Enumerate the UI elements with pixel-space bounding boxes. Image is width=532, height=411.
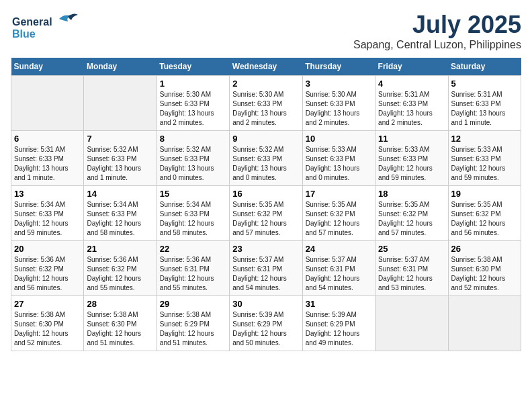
calendar-cell: 28Sunrise: 5:38 AMSunset: 6:30 PMDayligh… [84,296,157,351]
day-info: Sunrise: 5:35 AMSunset: 6:32 PMDaylight:… [451,200,518,238]
calendar-cell: 23Sunrise: 5:37 AMSunset: 6:31 PMDayligh… [230,241,302,296]
day-info: Sunrise: 5:34 AMSunset: 6:33 PMDaylight:… [14,200,81,238]
day-number: 17 [306,189,372,199]
day-number: 10 [306,134,372,144]
day-number: 19 [451,189,518,199]
calendar-cell: 26Sunrise: 5:38 AMSunset: 6:30 PMDayligh… [448,241,521,296]
calendar-cell: 15Sunrise: 5:34 AMSunset: 6:33 PMDayligh… [157,186,229,241]
logo-svg: General Blue [11,11,78,44]
calendar-cell [448,296,521,351]
day-number: 13 [14,189,81,199]
calendar-cell: 4Sunrise: 5:31 AMSunset: 6:33 PMDaylight… [375,76,448,131]
calendar-cell [84,76,157,131]
day-info: Sunrise: 5:38 AMSunset: 6:30 PMDaylight:… [87,310,153,348]
day-number: 25 [378,244,445,254]
day-info: Sunrise: 5:32 AMSunset: 6:33 PMDaylight:… [87,145,153,183]
day-number: 4 [378,79,445,89]
calendar-cell: 22Sunrise: 5:36 AMSunset: 6:31 PMDayligh… [157,241,229,296]
calendar-week-3: 13Sunrise: 5:34 AMSunset: 6:33 PMDayligh… [11,186,521,241]
day-number: 6 [14,134,81,144]
day-info: Sunrise: 5:37 AMSunset: 6:31 PMDaylight:… [378,255,445,293]
calendar-week-2: 6Sunrise: 5:31 AMSunset: 6:33 PMDaylight… [11,131,521,186]
day-info: Sunrise: 5:31 AMSunset: 6:33 PMDaylight:… [378,90,445,128]
calendar-cell [11,76,84,131]
day-number: 2 [232,79,299,89]
calendar-cell: 11Sunrise: 5:33 AMSunset: 6:33 PMDayligh… [375,131,448,186]
month-title: July 2025 [353,11,521,39]
calendar-cell: 27Sunrise: 5:38 AMSunset: 6:30 PMDayligh… [11,296,84,351]
day-info: Sunrise: 5:31 AMSunset: 6:33 PMDaylight:… [14,145,81,183]
calendar-cell: 10Sunrise: 5:33 AMSunset: 6:33 PMDayligh… [302,131,375,186]
calendar-cell: 24Sunrise: 5:37 AMSunset: 6:31 PMDayligh… [302,241,375,296]
calendar-cell: 12Sunrise: 5:33 AMSunset: 6:33 PMDayligh… [448,131,521,186]
day-info: Sunrise: 5:39 AMSunset: 6:29 PMDaylight:… [232,310,299,348]
calendar-cell: 3Sunrise: 5:30 AMSunset: 6:33 PMDaylight… [302,76,375,131]
day-number: 8 [160,134,226,144]
weekday-header-tuesday: Tuesday [157,58,229,76]
calendar-cell: 17Sunrise: 5:35 AMSunset: 6:32 PMDayligh… [302,186,375,241]
day-info: Sunrise: 5:33 AMSunset: 6:33 PMDaylight:… [378,145,445,183]
calendar-cell: 1Sunrise: 5:30 AMSunset: 6:33 PMDaylight… [157,76,229,131]
day-info: Sunrise: 5:30 AMSunset: 6:33 PMDaylight:… [232,90,299,128]
day-info: Sunrise: 5:30 AMSunset: 6:33 PMDaylight:… [306,90,372,128]
calendar-week-4: 20Sunrise: 5:36 AMSunset: 6:32 PMDayligh… [11,241,521,296]
calendar-cell: 13Sunrise: 5:34 AMSunset: 6:33 PMDayligh… [11,186,84,241]
day-number: 22 [160,244,226,254]
calendar-week-5: 27Sunrise: 5:38 AMSunset: 6:30 PMDayligh… [11,296,521,351]
calendar-cell: 8Sunrise: 5:32 AMSunset: 6:33 PMDaylight… [157,131,229,186]
calendar-cell: 2Sunrise: 5:30 AMSunset: 6:33 PMDaylight… [230,76,302,131]
calendar-header-row: SundayMondayTuesdayWednesdayThursdayFrid… [11,58,521,76]
day-info: Sunrise: 5:36 AMSunset: 6:31 PMDaylight:… [160,255,226,293]
day-number: 14 [87,189,153,199]
day-number: 21 [87,244,153,254]
calendar-cell: 20Sunrise: 5:36 AMSunset: 6:32 PMDayligh… [11,241,84,296]
day-info: Sunrise: 5:37 AMSunset: 6:31 PMDaylight:… [232,255,299,293]
weekday-header-thursday: Thursday [302,58,375,76]
day-info: Sunrise: 5:36 AMSunset: 6:32 PMDaylight:… [14,255,81,293]
title-block: July 2025 Sapang, Central Luzon, Philipp… [353,11,521,51]
weekday-header-wednesday: Wednesday [230,58,302,76]
day-info: Sunrise: 5:35 AMSunset: 6:32 PMDaylight:… [306,200,372,238]
svg-text:General: General [12,16,52,28]
location-title: Sapang, Central Luzon, Philippines [353,39,521,51]
calendar-cell: 25Sunrise: 5:37 AMSunset: 6:31 PMDayligh… [375,241,448,296]
calendar-cell: 30Sunrise: 5:39 AMSunset: 6:29 PMDayligh… [230,296,302,351]
calendar-cell: 6Sunrise: 5:31 AMSunset: 6:33 PMDaylight… [11,131,84,186]
calendar-cell: 5Sunrise: 5:31 AMSunset: 6:33 PMDaylight… [448,76,521,131]
day-number: 16 [232,189,299,199]
weekday-header-saturday: Saturday [448,58,521,76]
day-info: Sunrise: 5:39 AMSunset: 6:29 PMDaylight:… [306,310,372,348]
calendar-week-1: 1Sunrise: 5:30 AMSunset: 6:33 PMDaylight… [11,76,521,131]
day-info: Sunrise: 5:30 AMSunset: 6:33 PMDaylight:… [160,90,226,128]
day-info: Sunrise: 5:36 AMSunset: 6:32 PMDaylight:… [87,255,153,293]
day-info: Sunrise: 5:32 AMSunset: 6:33 PMDaylight:… [160,145,226,183]
day-info: Sunrise: 5:35 AMSunset: 6:32 PMDaylight:… [378,200,445,238]
weekday-header-sunday: Sunday [11,58,84,76]
day-info: Sunrise: 5:31 AMSunset: 6:33 PMDaylight:… [451,90,518,128]
calendar-cell: 29Sunrise: 5:38 AMSunset: 6:29 PMDayligh… [157,296,229,351]
calendar-cell: 7Sunrise: 5:32 AMSunset: 6:33 PMDaylight… [84,131,157,186]
day-number: 7 [87,134,153,144]
day-info: Sunrise: 5:33 AMSunset: 6:33 PMDaylight:… [451,145,518,183]
day-number: 5 [451,79,518,89]
page-header: General Blue July 2025 Sapang, Central L… [11,11,521,51]
calendar-cell: 19Sunrise: 5:35 AMSunset: 6:32 PMDayligh… [448,186,521,241]
svg-text:Blue: Blue [12,28,36,40]
day-number: 20 [14,244,81,254]
day-info: Sunrise: 5:33 AMSunset: 6:33 PMDaylight:… [306,145,372,183]
day-number: 28 [87,299,153,309]
calendar-cell: 14Sunrise: 5:34 AMSunset: 6:33 PMDayligh… [84,186,157,241]
day-info: Sunrise: 5:32 AMSunset: 6:33 PMDaylight:… [232,145,299,183]
day-number: 18 [378,189,445,199]
day-info: Sunrise: 5:38 AMSunset: 6:30 PMDaylight:… [451,255,518,293]
day-number: 15 [160,189,226,199]
day-info: Sunrise: 5:34 AMSunset: 6:33 PMDaylight:… [87,200,153,238]
logo: General Blue [11,11,78,44]
calendar-cell: 9Sunrise: 5:32 AMSunset: 6:33 PMDaylight… [230,131,302,186]
day-number: 23 [232,244,299,254]
day-number: 29 [160,299,226,309]
day-number: 26 [451,244,518,254]
calendar-cell: 18Sunrise: 5:35 AMSunset: 6:32 PMDayligh… [375,186,448,241]
weekday-header-friday: Friday [375,58,448,76]
day-info: Sunrise: 5:38 AMSunset: 6:29 PMDaylight:… [160,310,226,348]
